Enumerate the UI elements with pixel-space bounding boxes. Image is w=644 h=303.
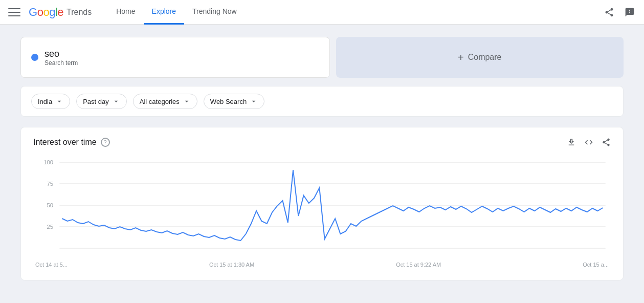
nav-trending-now[interactable]: Trending Now [184, 0, 245, 25]
embed-icon[interactable] [584, 138, 593, 147]
search-term-label: Search term [45, 59, 78, 67]
compare-label: Compare [468, 53, 502, 62]
filter-row: India Past day All categories Web Search [20, 86, 624, 117]
svg-text:25: 25 [47, 224, 53, 230]
category-filter[interactable]: All categories [133, 94, 197, 109]
nav-home[interactable]: Home [108, 0, 143, 25]
trends-wordmark: Trends [66, 8, 92, 17]
interest-over-time-chart: 100 75 50 25 [33, 157, 611, 259]
share-icon[interactable] [603, 6, 615, 18]
main-content: seo Search term + Compare India Past day… [0, 25, 644, 293]
region-label: India [38, 98, 52, 105]
x-axis-labels: Oct 14 at 5... Oct 15 at 1:30 AM Oct 15 … [33, 262, 611, 268]
header-left: Google Trends [8, 6, 108, 19]
search-dot [31, 54, 38, 61]
help-icon[interactable]: ? [101, 138, 110, 147]
hamburger-icon[interactable] [8, 6, 20, 18]
x-label-0: Oct 14 at 5... [35, 262, 68, 268]
time-label: Past day [83, 98, 109, 105]
category-label: All categories [140, 98, 180, 105]
chart-title: Interest over time [33, 138, 97, 147]
download-icon[interactable] [567, 138, 576, 147]
chart-title-row: Interest over time ? [33, 138, 110, 147]
header: Google Trends Home Explore Trending Now [0, 0, 644, 25]
x-label-1: Oct 15 at 1:30 AM [209, 262, 254, 268]
chart-header: Interest over time ? [33, 138, 611, 147]
svg-text:100: 100 [43, 159, 53, 165]
share-chart-icon[interactable] [602, 138, 611, 147]
svg-text:75: 75 [47, 181, 53, 187]
google-wordmark: Google [29, 6, 63, 19]
search-card[interactable]: seo Search term [20, 37, 330, 78]
logo: Google Trends [29, 6, 92, 19]
search-term-info: seo Search term [45, 49, 78, 67]
header-right [603, 6, 636, 18]
main-nav: Home Explore Trending Now [108, 0, 603, 25]
search-type-label: Web Search [210, 98, 247, 105]
search-type-filter[interactable]: Web Search [204, 94, 264, 109]
chart-container: 100 75 50 25 Oct 14 at 5... Oct 15 at 1:… [33, 157, 611, 268]
time-filter[interactable]: Past day [76, 94, 127, 109]
feedback-icon[interactable] [624, 6, 636, 18]
chart-card: Interest over time ? [20, 127, 624, 280]
region-filter[interactable]: India [31, 94, 70, 109]
x-label-2: Oct 15 at 9:22 AM [396, 262, 441, 268]
nav-explore[interactable]: Explore [144, 0, 184, 25]
search-term-text: seo [45, 49, 78, 59]
svg-text:50: 50 [47, 202, 53, 208]
compare-card[interactable]: + Compare [336, 37, 624, 78]
chart-actions [567, 138, 611, 147]
x-label-3: Oct 15 a... [583, 262, 609, 268]
search-row: seo Search term + Compare [20, 37, 624, 78]
compare-plus-icon: + [458, 52, 464, 63]
